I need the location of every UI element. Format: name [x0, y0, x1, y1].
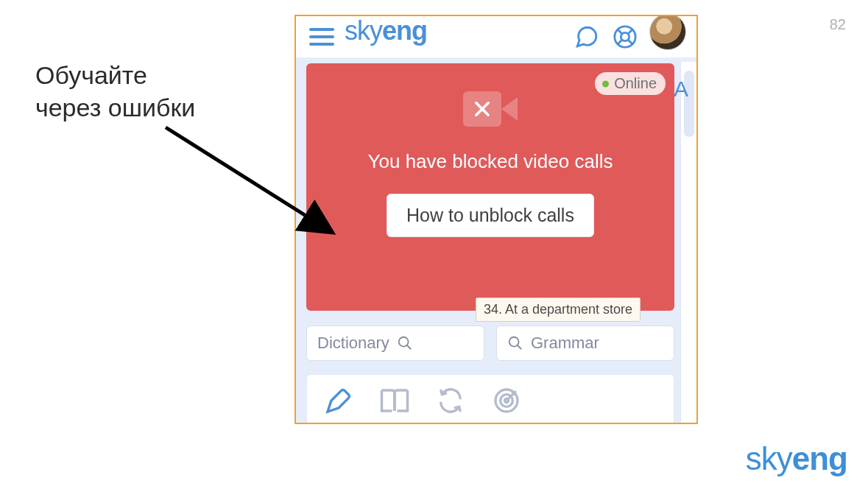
book-icon[interactable] [379, 385, 410, 416]
menu-icon[interactable] [309, 26, 334, 48]
status-label: Online [614, 75, 657, 91]
annotation-line-1: Обучайте [35, 61, 147, 89]
svg-point-9 [399, 337, 409, 347]
chat-icon[interactable] [573, 23, 601, 51]
app-logo: skyeng [345, 15, 427, 46]
svg-line-3 [617, 29, 621, 33]
svg-line-4 [629, 40, 633, 45]
unblock-calls-button[interactable]: How to unblock calls [387, 194, 594, 237]
slide-number: 82 [830, 16, 846, 33]
search-icon [507, 335, 523, 351]
pen-icon[interactable] [323, 385, 354, 416]
status-badge: Online [595, 72, 666, 95]
annotation-line-2: через ошибки [35, 94, 195, 122]
search-row: Dictionary Grammar [306, 325, 674, 361]
brand-bold: eng [792, 440, 847, 476]
sidebar-right-stub: A [680, 62, 696, 423]
grammar-button[interactable]: Grammar [496, 325, 674, 361]
error-title: You have blocked video calls [321, 150, 660, 173]
svg-line-5 [617, 40, 621, 45]
annotation-text: Обучайте через ошибки [35, 59, 195, 124]
svg-line-12 [518, 345, 522, 350]
svg-point-11 [509, 337, 519, 347]
dictionary-button[interactable]: Dictionary [306, 325, 484, 361]
svg-line-16 [507, 392, 515, 401]
help-icon[interactable] [611, 23, 639, 51]
svg-point-2 [621, 32, 629, 40]
target-icon[interactable] [491, 385, 522, 416]
video-blocked-card: Online You have blocked video calls How … [306, 63, 674, 311]
search-icon [397, 335, 413, 351]
app-logo-bold: eng [382, 15, 427, 46]
dictionary-label: Dictionary [317, 334, 389, 353]
avatar[interactable] [649, 15, 686, 50]
app-screenshot: skyeng A Online You have blocked video c… [294, 15, 698, 424]
app-logo-light: sky [345, 15, 382, 46]
brand-logo: skyeng [746, 440, 847, 477]
grammar-label: Grammar [531, 334, 599, 353]
bottom-toolbar [306, 374, 674, 424]
lesson-tooltip: 34. At a department store [476, 297, 641, 322]
svg-line-6 [629, 29, 633, 33]
svg-line-10 [407, 345, 412, 350]
brand-light: sky [746, 440, 792, 476]
right-col-initial: A [674, 77, 688, 102]
camera-x-icon [463, 85, 518, 133]
refresh-icon[interactable] [435, 385, 466, 416]
app-topbar: skyeng [296, 16, 696, 57]
